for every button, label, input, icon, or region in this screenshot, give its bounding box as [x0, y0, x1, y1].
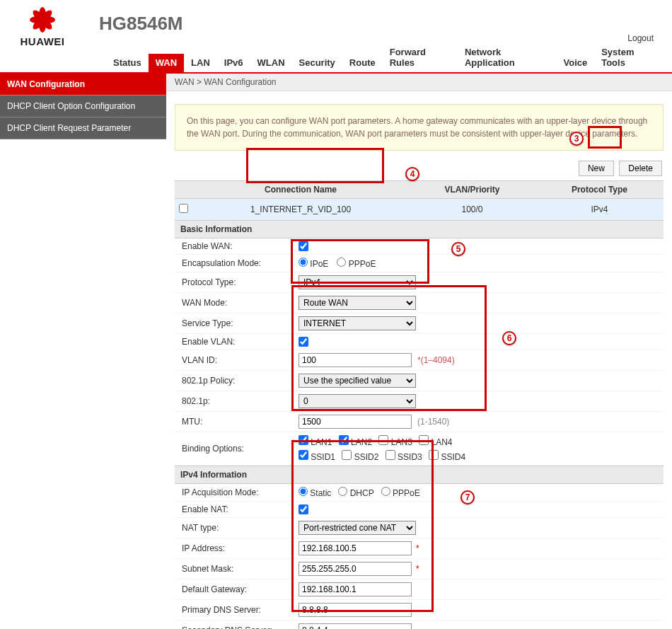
- ipacq-dhcp-radio[interactable]: [338, 487, 347, 496]
- model-title: HG8546M: [99, 13, 627, 47]
- delete-button[interactable]: Delete: [619, 161, 662, 176]
- col-proto-type: Protocol Type: [535, 181, 664, 199]
- col-conn-name: Connection Name: [192, 181, 409, 199]
- top-nav: Status WAN LAN IPv6 WLAN Security Route …: [0, 43, 672, 74]
- nat-type-select[interactable]: Port-restricted cone NAT: [299, 521, 416, 535]
- tab-systools[interactable]: System Tools: [594, 43, 665, 72]
- cell-vlan: 100/0: [409, 199, 535, 221]
- encap-ipoe-radio[interactable]: [299, 258, 308, 267]
- label-dns1: Primary DNS Server:: [175, 605, 299, 615]
- mtu-input[interactable]: [299, 415, 412, 429]
- vlan-id-input[interactable]: [299, 353, 412, 367]
- tab-wlan[interactable]: WLAN: [250, 54, 292, 72]
- sidebar-item-wan-config[interactable]: WAN Configuration: [0, 74, 166, 96]
- callout-6: 6: [502, 331, 516, 345]
- bind-lan4-checkbox[interactable]: [419, 435, 429, 445]
- tab-forward[interactable]: Forward Rules: [383, 43, 458, 72]
- tab-wan[interactable]: WAN: [149, 54, 184, 72]
- bind-lan1-checkbox[interactable]: [299, 435, 308, 445]
- bind-ssid2-checkbox[interactable]: [342, 450, 352, 460]
- sidebar-item-dhcp-request[interactable]: DHCP Client Request Parameter: [0, 117, 166, 139]
- callout-3: 3: [569, 132, 584, 146]
- cell-conn-name: 1_INTERNET_R_VID_100: [192, 199, 409, 221]
- label-subnet: Subnet Mask:: [175, 564, 299, 574]
- callout-4: 4: [405, 167, 419, 181]
- label-mtu: MTU:: [175, 417, 299, 427]
- section-basic: Basic Information: [175, 220, 664, 238]
- ipacq-static-radio[interactable]: [299, 487, 308, 496]
- callout-5: 5: [451, 242, 465, 256]
- tab-status[interactable]: Status: [106, 54, 149, 72]
- label-binding: Binding Options:: [175, 444, 299, 454]
- dns2-input[interactable]: [299, 623, 412, 629]
- huawei-flower-icon: [25, 6, 59, 34]
- label-dns2: Secondary DNS Server:: [175, 625, 299, 629]
- enable-nat-checkbox[interactable]: [299, 504, 308, 514]
- gateway-input[interactable]: [299, 582, 412, 596]
- toolbar: New Delete: [166, 156, 672, 180]
- label-gateway: Default Gateway:: [175, 584, 299, 594]
- p8021-select[interactable]: 0: [299, 394, 416, 408]
- proto-type-select[interactable]: IPv4: [299, 275, 416, 289]
- bind-lan2-checkbox[interactable]: [339, 435, 349, 445]
- wan-mode-select[interactable]: Route WAN: [299, 296, 416, 310]
- brand-name: HUAWEI: [7, 35, 78, 47]
- sidebar-item-dhcp-option[interactable]: DHCP Client Option Configuration: [0, 96, 166, 117]
- col-vlan: VLAN/Priority: [409, 181, 535, 199]
- section-ipv4: IPv4 Information: [175, 466, 664, 484]
- policy-select[interactable]: Use the specified value: [299, 374, 416, 388]
- table-row[interactable]: 1_INTERNET_R_VID_100 100/0 IPv4: [175, 199, 664, 221]
- enable-wan-checkbox[interactable]: [299, 241, 308, 251]
- label-ip-addr: IP Address:: [175, 543, 299, 553]
- mtu-hint: (1-1540): [417, 417, 449, 427]
- tab-netapp[interactable]: Network Application: [458, 43, 557, 72]
- label-vlan-id: VLAN ID:: [175, 355, 299, 365]
- label-ip-acq: IP Acquisition Mode:: [175, 487, 299, 497]
- breadcrumb: WAN > WAN Configuration: [166, 74, 672, 91]
- required-mark: *: [416, 564, 419, 574]
- enable-vlan-checkbox[interactable]: [299, 337, 308, 347]
- sidebar: WAN Configuration DHCP Client Option Con…: [0, 74, 166, 629]
- label-policy: 802.1p Policy:: [175, 376, 299, 386]
- label-enable-nat: Enable NAT:: [175, 504, 299, 514]
- bind-ssid1-checkbox[interactable]: [299, 450, 308, 460]
- subnet-input[interactable]: [299, 562, 412, 576]
- tab-lan[interactable]: LAN: [184, 54, 217, 72]
- required-mark: *: [416, 543, 419, 553]
- connection-table: Connection Name VLAN/Priority Protocol T…: [175, 180, 664, 220]
- tab-ipv6[interactable]: IPv6: [217, 54, 250, 72]
- label-8021p: 802.1p:: [175, 396, 299, 406]
- ip-address-input[interactable]: [299, 541, 412, 555]
- service-type-select[interactable]: INTERNET: [299, 316, 416, 330]
- encap-pppoe-radio[interactable]: [337, 258, 346, 267]
- label-service-type: Service Type:: [175, 318, 299, 328]
- label-encap: Encapsulation Mode:: [175, 258, 299, 268]
- callout-7: 7: [460, 490, 475, 504]
- vlan-id-hint: *(1–4094): [417, 355, 455, 365]
- label-enable-vlan: Enable VLAN:: [175, 337, 299, 347]
- tab-security[interactable]: Security: [292, 54, 342, 72]
- content-area: WAN > WAN Configuration On this page, yo…: [166, 74, 672, 629]
- cell-proto: IPv4: [535, 199, 664, 221]
- bind-lan3-checkbox[interactable]: [378, 435, 388, 445]
- bind-ssid4-checkbox[interactable]: [429, 450, 439, 460]
- brand-logo: HUAWEI: [7, 6, 78, 47]
- ipacq-pppoe-radio[interactable]: [381, 487, 390, 496]
- header: HUAWEI HG8546M Logout: [0, 0, 672, 47]
- page-description: On this page, you can configure WAN port…: [175, 104, 664, 151]
- label-enable-wan: Enable WAN:: [175, 241, 299, 251]
- tab-voice[interactable]: Voice: [556, 54, 594, 72]
- bind-ssid3-checkbox[interactable]: [386, 450, 395, 460]
- tab-route[interactable]: Route: [342, 54, 383, 72]
- row-select-checkbox[interactable]: [179, 204, 188, 213]
- label-nat-type: NAT type:: [175, 523, 299, 533]
- label-proto-type: Protocol Type:: [175, 277, 299, 287]
- dns1-input[interactable]: [299, 603, 412, 617]
- label-wan-mode: WAN Mode:: [175, 298, 299, 308]
- new-button[interactable]: New: [579, 161, 614, 176]
